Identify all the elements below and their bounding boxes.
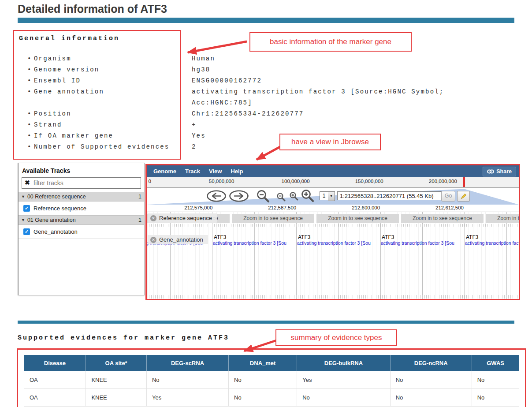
evidence-heading: Supported evidences for marker gene ATF3 <box>18 334 229 342</box>
gene-annotation-track-label[interactable]: ✕ Gene_annotation <box>148 235 208 244</box>
zoom-to-see-sequence-box: Zoom in to see sequence <box>401 214 484 223</box>
zoom-out-large-button[interactable] <box>256 189 270 205</box>
general-info-row: •Number of Supported evidences2 <box>27 142 169 153</box>
general-info-value: hg38 <box>192 64 210 75</box>
track-close-icon[interactable]: ✕ <box>150 237 156 243</box>
overview-tick-label: 150,000,000 <box>355 179 383 184</box>
track-group-header[interactable]: ▼01 Gene annotation1 <box>19 215 144 225</box>
overview-tick-label: 50,000,000 <box>209 179 234 184</box>
arrow-basic-info <box>188 41 247 52</box>
menu-item-view[interactable]: View <box>209 168 222 175</box>
zoom-out-small-icon <box>276 192 286 202</box>
page-title: Detailed information of ATF3 <box>18 3 167 15</box>
evidence-cell: Yes <box>146 389 228 407</box>
jbrowse-track-area[interactable]: Zoom in to see sequenceZoom in to see se… <box>147 212 519 299</box>
track-item[interactable]: ✓Reference sequence <box>19 202 144 215</box>
zoom-to-see-sequence-box: Zoom in to see sequence <box>232 214 314 223</box>
gene-annotation-track-label-text: Gene_annotation <box>159 236 203 243</box>
pan-right-button[interactable] <box>229 190 249 204</box>
annotation-basic-info: basic information of the marker gene <box>249 32 412 52</box>
general-info-label-text: Gene annotation <box>34 88 104 95</box>
annotation-jbrowse-view: have a view in Jbrowse <box>279 134 381 150</box>
gene-feature[interactable]: ATF3activating transcription factor 3 [S… <box>465 234 519 248</box>
gene-name-label: ATF3 <box>381 234 465 240</box>
collapse-icon: ▼ <box>21 194 25 199</box>
detail-tick-label: 212,587,500 <box>268 205 296 210</box>
jbrowse-panel: GenomeTrackViewHelp Share 050,000,000100… <box>145 164 520 300</box>
detail-tick-label: 212,612,500 <box>435 205 464 210</box>
general-info-value: Human <box>192 53 215 64</box>
zoom-in-large-button[interactable] <box>301 189 314 204</box>
general-info-value: Chr1:212565334-212620777 <box>192 108 304 119</box>
bullet-icon: • <box>27 75 34 86</box>
chromosome-select-caret-icon[interactable]: ▾ <box>328 191 335 201</box>
share-button[interactable]: Share <box>483 167 516 176</box>
general-info-row: Acc:HGNC:785] <box>27 97 169 108</box>
evidence-cell: KNEE <box>86 389 147 407</box>
track-filter: ✖ <box>22 177 141 189</box>
track-group-header[interactable]: ▼00 Reference sequence1 <box>19 192 144 202</box>
title-underline-bar <box>18 18 514 23</box>
annotation-basic-info-label: basic information of the marker gene <box>270 37 391 46</box>
jbrowse-nav-toolbar: 1 ▾ Go <box>147 188 519 205</box>
bullet-icon: • <box>27 86 34 97</box>
general-info-label-text: Ensembl ID <box>34 77 81 84</box>
gene-feature[interactable]: ATF3activating transcription factor 3 [S… <box>381 234 465 248</box>
highlighter-icon <box>460 193 467 200</box>
current-location-marker <box>463 177 465 187</box>
evidence-column-header: DEG-bulkRNA <box>297 355 390 371</box>
location-input[interactable] <box>337 191 443 200</box>
evidence-cell: No <box>390 389 472 407</box>
evidence-column-header: DEG-scRNA <box>146 355 228 371</box>
evidence-column-header: DEG-ncRNA <box>390 355 472 371</box>
gene-description-label: activating transcription factor 3 [Sou <box>297 240 381 246</box>
track-close-icon[interactable]: ✕ <box>150 215 156 221</box>
detail-tick-label: 212,575,000 <box>184 205 212 210</box>
evidence-column-header: OA site* <box>86 355 147 371</box>
annotation-jbrowse-view-label: have a view in Jbrowse <box>291 138 369 146</box>
general-info-row: •Strand+ <box>27 119 169 131</box>
section-divider-bar <box>18 321 514 324</box>
detail-ruler[interactable]: 212,575,000212,587,500212,600,000212,612… <box>147 205 519 212</box>
zoom-out-small-button[interactable] <box>276 192 286 203</box>
go-button[interactable]: Go <box>441 191 455 202</box>
bullet-icon: • <box>27 142 34 153</box>
highlight-button[interactable] <box>457 191 470 202</box>
gene-feature[interactable]: ATF3activating transcription factor 3 [S… <box>213 234 297 248</box>
general-info-label: •Ensembl ID <box>27 77 81 84</box>
general-info-value: activating transcription factor 3 [Sourc… <box>192 86 444 97</box>
general-info-label: •Position <box>27 110 71 117</box>
pan-left-button[interactable] <box>206 190 227 204</box>
checkbox-checked-icon[interactable]: ✓ <box>23 205 30 212</box>
general-info-label: •Gene annotation <box>27 88 104 95</box>
reference-sequence-track-label[interactable]: ✕ Reference sequence <box>148 213 217 223</box>
evidence-table-body: OAKNEENoNoYesNoNoOAKNEEYesNoNoNoNo <box>24 371 519 407</box>
evidence-cell: No <box>472 389 519 407</box>
menu-item-track[interactable]: Track <box>185 168 200 175</box>
chromosome-overview-ruler[interactable]: 050,000,000100,000,000150,000,000200,000… <box>147 177 519 188</box>
general-info-label-text: Position <box>34 110 71 117</box>
overview-tick-label: 0 <box>148 179 151 184</box>
evidence-cell: No <box>472 371 519 389</box>
zoom-in-small-button[interactable] <box>289 191 298 202</box>
gene-description-label: activating transcription factor 3 [Sou <box>213 240 297 246</box>
evidence-cell: No <box>146 371 228 389</box>
arrow-left-icon <box>206 190 227 202</box>
bullet-icon: • <box>27 119 34 131</box>
filter-tracks-input[interactable] <box>22 177 141 189</box>
checkbox-checked-icon[interactable]: ✓ <box>23 228 30 235</box>
minor-tick-strip-top <box>147 224 519 227</box>
filter-clear-icon[interactable]: ✖ <box>25 179 30 186</box>
general-info-row: •OrganismHuman <box>27 53 169 64</box>
track-group-count: 1 <box>138 217 141 223</box>
gene-feature[interactable]: ATF3activating transcription factor 3 [S… <box>297 234 381 248</box>
overview-tick-label: 200,000,000 <box>429 179 457 184</box>
bullet-icon: • <box>27 53 34 64</box>
zoom-to-see-sequence-box: Zoom in to see sequence <box>486 214 519 223</box>
chromosome-select[interactable]: 1 <box>320 191 328 200</box>
menu-item-help[interactable]: Help <box>231 168 243 175</box>
track-item[interactable]: ✓Gene_annotation <box>19 225 144 239</box>
arrow-right-icon <box>229 190 249 202</box>
menu-item-genome[interactable]: Genome <box>153 168 176 175</box>
available-tracks-panel: Available Tracks ✖ ▼00 Reference sequenc… <box>18 163 145 295</box>
